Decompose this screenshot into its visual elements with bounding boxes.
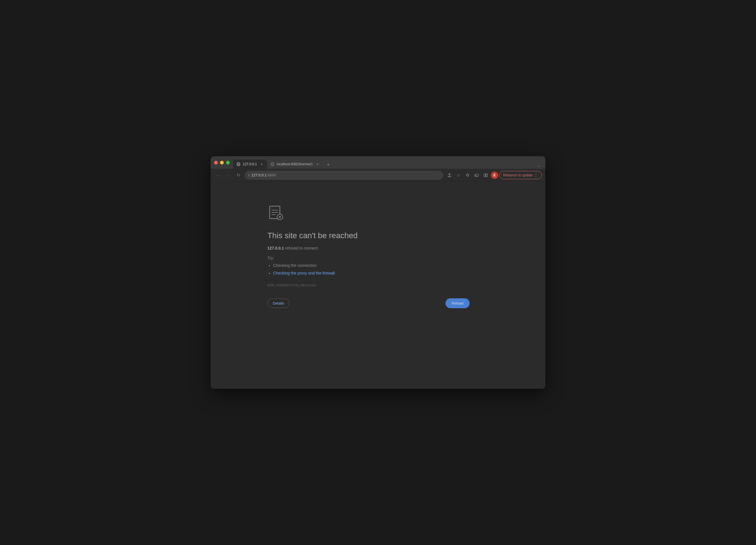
browser-window: 127.0.0.1 ✕ localhost:8082/borrow/1 ✕ + [211, 156, 545, 389]
extensions-button[interactable] [464, 171, 472, 179]
puzzle-icon [466, 173, 470, 177]
details-button[interactable]: Details [267, 299, 290, 308]
cast-icon [475, 173, 479, 177]
address-port: :8888 [267, 173, 276, 177]
tab-2-close[interactable]: ✕ [315, 162, 320, 166]
svg-rect-8 [486, 174, 487, 177]
info-icon: ℹ [248, 173, 250, 177]
address-bar[interactable]: ℹ 127.0.0.1:8888 [245, 171, 443, 180]
forward-button[interactable]: → [224, 171, 232, 179]
tab-1-globe-icon [236, 162, 240, 166]
proxy-firewall-link[interactable]: Checking the proxy and the firewall [273, 271, 335, 275]
tab-list-chevron[interactable]: ⌄ [536, 162, 542, 169]
reload-button[interactable]: Reload [445, 298, 470, 308]
tab-2-title: localhost:8082/borrow/1 [277, 162, 313, 166]
split-icon [484, 173, 488, 177]
address-text: 127.0.0.1:8888 [251, 173, 440, 177]
toolbar-actions: ☆ E [445, 171, 542, 179]
tab-1[interactable]: 127.0.0.1 ✕ [233, 160, 267, 169]
page-content: This site can't be reached 127.0.0.1 ref… [211, 182, 545, 389]
split-screen-button[interactable] [482, 171, 490, 179]
error-list-item-1: Checking the connection [273, 263, 335, 269]
back-button[interactable]: ← [214, 171, 222, 179]
relaunch-button[interactable]: Relaunch to update ⋮ [499, 171, 542, 179]
address-host: 127.0.0.1 [251, 173, 267, 177]
error-code: ERR_CONNECTION_REFUSED [267, 284, 316, 287]
profile-initial: E [493, 173, 496, 177]
error-list-item-2[interactable]: Checking the proxy and the firewall [273, 270, 335, 276]
tab-1-title: 127.0.0.1 [243, 162, 257, 166]
media-router-button[interactable] [473, 171, 481, 179]
reload-button[interactable]: ↻ [235, 171, 242, 179]
reload-icon: ↻ [237, 173, 240, 178]
minimize-button[interactable] [220, 161, 224, 164]
close-button[interactable] [214, 161, 218, 164]
forward-icon: → [226, 173, 231, 178]
error-subtitle-rest: refused to connect. [284, 246, 319, 250]
error-title: This site can't be reached [267, 231, 358, 240]
back-icon: ← [216, 173, 220, 178]
error-host: 127.0.0.1 [267, 246, 284, 250]
tab-2[interactable]: localhost:8082/borrow/1 ✕ [267, 160, 323, 169]
bookmark-button[interactable]: ☆ [455, 171, 463, 179]
error-item-1-text: Checking the connection [273, 263, 316, 268]
error-subtitle: 127.0.0.1 refused to connect. [267, 245, 319, 251]
toolbar: ← → ↻ ℹ 127.0.0.1:8888 ☆ [211, 169, 545, 182]
svg-rect-7 [484, 174, 486, 177]
share-icon [447, 173, 451, 177]
share-button[interactable] [445, 171, 453, 179]
tab-1-close[interactable]: ✕ [259, 162, 264, 166]
relaunch-menu-icon: ⋮ [534, 172, 538, 178]
traffic-lights [214, 161, 230, 164]
tab-2-globe-icon [271, 162, 274, 166]
error-container: This site can't be reached 127.0.0.1 ref… [267, 204, 470, 308]
error-icon [267, 204, 284, 223]
title-bar: 127.0.0.1 ✕ localhost:8082/borrow/1 ✕ + [211, 156, 545, 169]
profile-button[interactable]: E [491, 172, 498, 179]
new-tab-button[interactable]: + [324, 161, 332, 169]
maximize-button[interactable] [226, 161, 230, 164]
star-icon: ☆ [457, 173, 460, 178]
tabs-bar: 127.0.0.1 ✕ localhost:8082/borrow/1 ✕ + [233, 156, 542, 169]
error-buttons: Details Reload [267, 298, 470, 308]
error-list: Checking the connection Checking the pro… [267, 263, 335, 278]
relaunch-label: Relaunch to update [503, 173, 533, 177]
try-label: Try: [267, 256, 274, 260]
